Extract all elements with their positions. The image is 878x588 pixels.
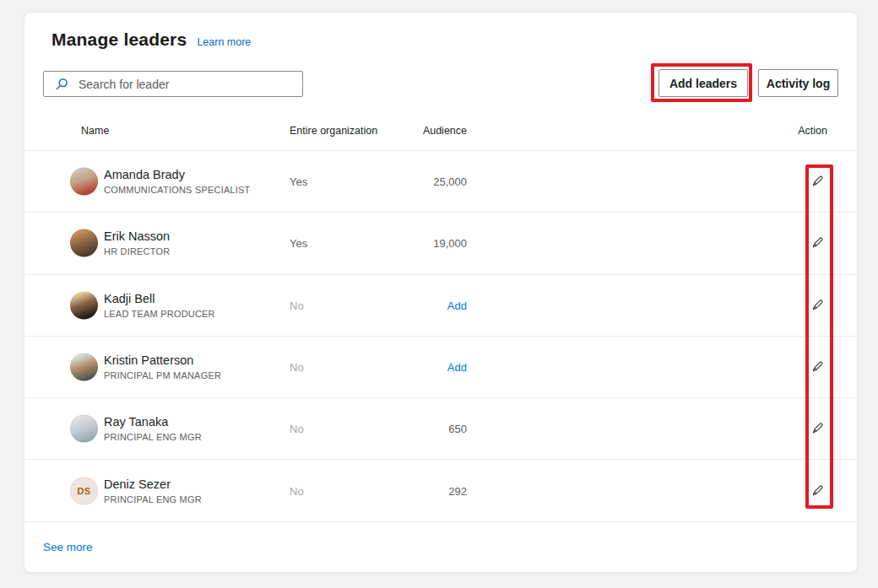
page-title: Manage leaders [51,30,187,50]
leader-role: COMMUNICATIONS SPECIALIST [104,185,250,195]
edit-button[interactable] [805,293,830,318]
audience-value: 25,000 [433,175,467,188]
entire-org-value: Yes [290,175,307,188]
leader-role: PRINCIPAL PM MANAGER [104,370,221,380]
edit-pencil-icon [810,298,825,313]
leader-identity: Deniz Sezer PRINCIPAL ENG MGR [104,477,202,504]
avatar-initials: DS [70,477,98,504]
learn-more-link[interactable]: Learn more [197,36,251,48]
leader-name: Ray Tanaka [104,415,202,429]
search-icon [54,77,69,92]
leader-role: PRINCIPAL ENG MGR [104,494,202,504]
entire-org-value: No [290,423,304,435]
leader-identity: Erik Nasson HR DIRECTOR [104,229,170,256]
activity-log-button[interactable]: Activity log [758,69,838,97]
leader-name: Kadji Bell [104,292,215,305]
table-row: Ray Tanaka PRINCIPAL ENG MGR No 650 [24,398,857,460]
table-row: Amanda Brady COMMUNICATIONS SPECIALIST Y… [24,151,857,213]
leader-name: Amanda Brady [104,168,250,181]
table-header: Name Entire organization Audience Action [24,125,857,139]
leader-role: LEAD TEAM PRODUCER [104,309,215,319]
add-audience-link[interactable]: Add [447,299,467,311]
search-box[interactable] [43,71,303,97]
edit-button[interactable] [805,169,830,194]
entire-org-value: Yes [290,237,307,250]
manage-leaders-card: Manage leaders Learn more Add leaders Ac… [24,12,858,573]
edit-pencil-icon [810,359,825,375]
column-header-entire-organization: Entire organization [290,125,377,137]
search-input[interactable] [77,77,295,92]
entire-org-value: No [290,361,304,374]
entire-org-value: No [290,484,304,497]
avatar [70,168,98,196]
table-row: Kadji Bell LEAD TEAM PRODUCER No Add [24,275,857,337]
leader-role: PRINCIPAL ENG MGR [104,432,202,442]
entire-org-value: No [290,299,304,311]
leader-name: Erik Nasson [104,229,170,243]
edit-button[interactable] [805,478,830,504]
audience-value: 19,000 [433,237,467,250]
audience-value: 650 [448,423,467,435]
see-more-link[interactable]: See more [43,541,93,553]
leader-name: Kristin Patterson [104,353,221,367]
leader-identity: Kadji Bell LEAD TEAM PRODUCER [104,292,215,319]
edit-pencil-icon [810,421,825,436]
leader-identity: Amanda Brady COMMUNICATIONS SPECIALIST [104,168,250,195]
add-audience-link[interactable]: Add [447,361,467,374]
leader-name: Deniz Sezer [104,477,202,491]
leaders-table: Amanda Brady COMMUNICATIONS SPECIALIST Y… [24,150,857,522]
audience-value: 292 [448,484,467,497]
add-leaders-button[interactable]: Add leaders [658,69,748,97]
avatar [70,353,98,381]
table-row: Kristin Patterson PRINCIPAL PM MANAGER N… [24,337,857,398]
edit-pencil-icon [810,174,825,189]
page-header: Manage leaders Learn more [51,30,251,50]
column-header-action: Action [798,125,827,137]
column-header-name: Name [81,125,109,137]
column-header-audience: Audience [423,125,467,137]
edit-button[interactable] [805,416,830,441]
leader-identity: Kristin Patterson PRINCIPAL PM MANAGER [104,353,221,380]
table-row: DS Deniz Sezer PRINCIPAL ENG MGR No 292 [24,460,857,521]
edit-button[interactable] [805,354,830,380]
avatar [70,291,98,319]
edit-button[interactable] [805,230,830,256]
edit-pencil-icon [810,235,825,251]
leader-identity: Ray Tanaka PRINCIPAL ENG MGR [104,415,202,442]
avatar [70,415,98,443]
leader-role: HR DIRECTOR [104,246,170,256]
edit-pencil-icon [810,483,825,499]
table-row: Erik Nasson HR DIRECTOR Yes 19,000 [24,213,857,274]
avatar [70,229,98,257]
